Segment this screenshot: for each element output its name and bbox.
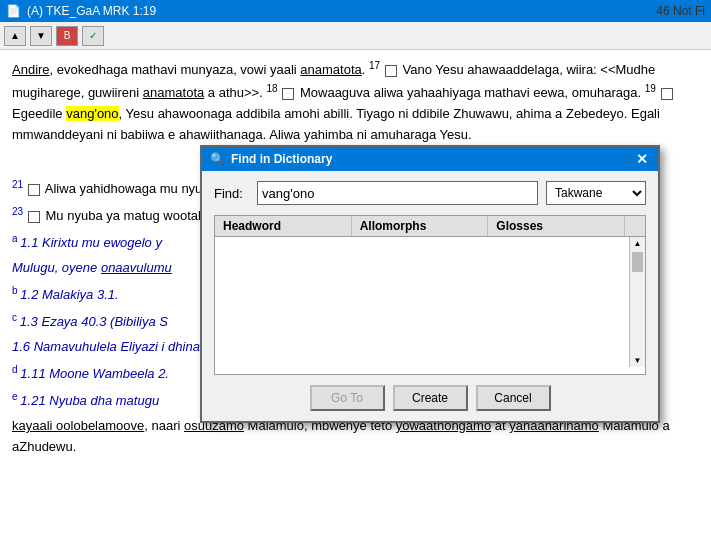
title-text: (A) TKE_GaA MRK 1:19	[27, 4, 156, 18]
scroll-up-arrow[interactable]: ▲	[630, 237, 645, 250]
dialog-icon: 🔍	[210, 152, 225, 166]
checkbox-17[interactable]	[385, 65, 397, 77]
down-button[interactable]: ▼	[30, 26, 52, 46]
dialog-buttons: Go To Create Cancel	[214, 385, 646, 411]
section-ref-1-11[interactable]: 1.11 Moone Wambeela 2.	[20, 366, 169, 381]
checkbox-23[interactable]	[28, 211, 40, 223]
table-header: Headword Allomorphs Glosses	[215, 216, 645, 237]
checkbox-19[interactable]	[661, 88, 673, 100]
check-button[interactable]: ✓	[82, 26, 104, 46]
text-aliwa: Aliwa yahidhowaga	[45, 181, 160, 196]
goto-button[interactable]: Go To	[310, 385, 385, 411]
sup-17: 17	[369, 60, 383, 71]
status-text: 46 Not Fi	[656, 4, 705, 18]
dictionary-select[interactable]: Takwane All	[546, 181, 646, 205]
toolbar: ▲ ▼ B ✓	[0, 22, 711, 50]
dialog-close-button[interactable]: ✕	[634, 151, 650, 167]
sup-18: 18	[266, 83, 280, 94]
col-allomorphs: Allomorphs	[352, 216, 489, 236]
text-kayaali: kayaali oolobelamoove, naari osuuzamo Ma…	[12, 418, 670, 454]
table-body: ▲ ▼	[215, 237, 645, 367]
sup-21: 21	[12, 179, 26, 190]
text-andire: Andire, evokedhaga mathavi munyaza, vowi…	[12, 62, 365, 77]
dialog-titlebar: 🔍 Find in Dictionary ✕	[202, 147, 658, 171]
text-mowaaguva: Mowaaguva aliwa yahaahiyaga mathavi eewa…	[300, 85, 641, 100]
find-label: Find:	[214, 186, 249, 201]
create-button[interactable]: Create	[393, 385, 468, 411]
find-input[interactable]	[257, 181, 538, 205]
col-headword: Headword	[215, 216, 352, 236]
section-ref-1-1[interactable]: 1.1 Kirixtu mu ewogelo y	[20, 235, 162, 250]
title-bar: 📄 (A) TKE_GaA MRK 1:19 46 Not Fi	[0, 0, 711, 22]
section-mulugu-text: Mulugu, oyene onaavulumu	[12, 260, 172, 275]
section-ref-1-2[interactable]: 1.2 Malakiya 3.1.	[20, 287, 118, 302]
sup-23: 23	[12, 206, 26, 217]
section-ref-1-3[interactable]: 1.3 Ezaya 40.3 (Bibiliya S	[20, 314, 168, 329]
scroll-header-spacer	[625, 216, 641, 236]
find-in-dictionary-dialog[interactable]: 🔍 Find in Dictionary ✕ Find: Takwane All	[200, 145, 660, 423]
bookmark-button[interactable]: B	[56, 26, 78, 46]
app-icon: 📄	[6, 4, 21, 18]
highlighted-word: vang'ono	[66, 106, 118, 121]
checkbox-21[interactable]	[28, 184, 40, 196]
col-glosses: Glosses	[488, 216, 625, 236]
sup-19: 19	[645, 83, 659, 94]
checkbox-18[interactable]	[282, 88, 294, 100]
scroll-down-arrow[interactable]: ▼	[630, 354, 645, 367]
cancel-button[interactable]: Cancel	[476, 385, 551, 411]
app-window: 📄 (A) TKE_GaA MRK 1:19 46 Not Fi ▲ ▼ B ✓…	[0, 0, 711, 556]
results-table-area: Headword Allomorphs Glosses ▲ ▼	[214, 215, 646, 375]
section-ref-1-21[interactable]: 1.21 Nyuba dha matugu	[20, 393, 159, 408]
dialog-title: Find in Dictionary	[231, 152, 332, 166]
up-button[interactable]: ▲	[4, 26, 26, 46]
find-row: Find: Takwane All	[214, 181, 646, 205]
paragraph-1: Andire, evokedhaga mathavi munyaza, vowi…	[12, 58, 699, 146]
scroll-thumb[interactable]	[632, 252, 643, 272]
text-egeedile: Egeedile	[12, 106, 66, 121]
dialog-body: Find: Takwane All Headword Allomorphs Gl…	[202, 171, 658, 421]
scrollbar[interactable]: ▲ ▼	[629, 237, 645, 367]
fn-c: c	[12, 312, 20, 323]
